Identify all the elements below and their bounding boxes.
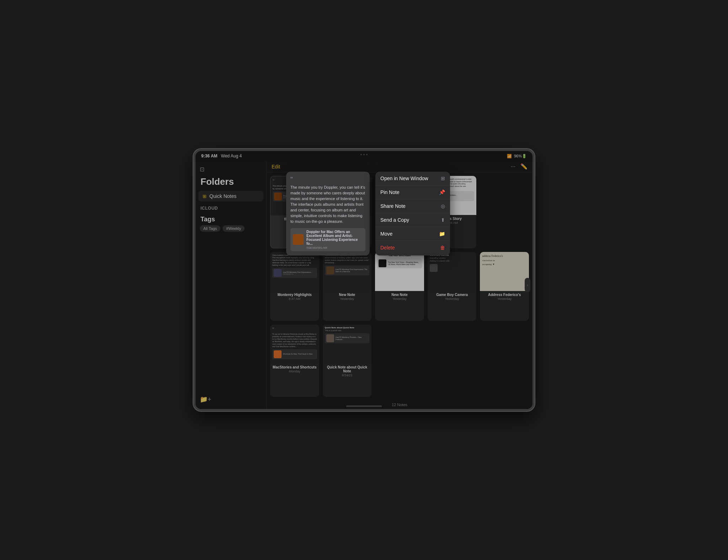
top-dot-2 [363,154,365,155]
menu-item-share-note[interactable]: Share Note ◎ [375,199,450,213]
status-right: 📶 96% 🔋 [507,154,527,158]
note-thumb-new-note-nyt: The New York Times The New York Times – … [375,252,424,291]
toolbar-right: ··· ✏️ [511,163,528,170]
tag-weekly[interactable]: #Weekly [223,225,245,232]
note-card-quick-note-about[interactable]: Quick Note about Quick Note This is a qu… [323,324,372,397]
quick-notes-folder-item[interactable]: ⊞ Quick Notes [198,191,263,201]
delete-icon: 🗑 [440,245,445,251]
menu-item-send-copy-label: Send a Copy [380,217,409,223]
note-info-address-federicos: Address Federico's Yesterday [480,291,529,303]
sidebar-toggle-icon[interactable]: ⊡ [200,166,204,173]
icloud-label: iCloud [196,202,266,212]
note-card-monterey[interactable]: Voice isolation modeThis microphone mode… [270,252,319,321]
top-dot-3 [366,154,368,155]
tags-row: All Tags #Weekly [196,225,266,232]
open-new-window-icon: ⊞ [441,176,445,181]
sidebar: ⊡ Folders ⊞ Quick Notes iCloud Tags All … [196,161,267,409]
status-bar: 9:36 AM Wed Aug 4 📶 96% 🔋 [196,151,532,161]
context-menu-list: Open in New Window ⊞ Pin Note 📌 Share No… [375,172,450,255]
context-note-preview: " The minute you try Doppler, you can te… [286,172,370,255]
new-folder-button[interactable]: 📁+ [200,396,212,403]
status-time: 9:36 AM [201,154,218,158]
move-icon: 📁 [439,231,445,237]
context-note-body: The minute you try Doppler, you can tell… [290,185,365,225]
note-info-new-note-1: New Note Yesterday [323,291,372,303]
menu-item-send-copy[interactable]: Send a Copy ⬆ [375,213,450,227]
note-count: 12 Notes [392,403,407,407]
context-note-link-title: Doppler for Mac Offers an Excellent Albu… [306,230,363,246]
ipad-frame: 9:36 AM Wed Aug 4 📶 96% 🔋 ⊡ Folders ⊞ Qu… [193,149,535,411]
note-card-new-note-1[interactable]: macOS Monterey introduces a collection o… [323,252,372,321]
note-card-address-federicos[interactable]: address Federico'scorrection inaccepting… [480,252,529,321]
menu-item-move-label: Move [380,231,392,237]
context-note-quote-icon: " [290,176,365,183]
note-info-quick-note-about: Quick Note about Quick Note 6/24/21 [323,364,372,379]
top-dots [360,154,368,155]
quick-notes-folder-name: Quick Notes [209,193,236,199]
battery-icon: 96% 🔋 [514,154,527,158]
status-left: 9:36 AM Wed Aug 4 [201,154,242,158]
send-copy-icon: ⬆ [441,217,445,223]
side-collapse-handle[interactable]: › [525,278,530,292]
note-thumb-new-note-1: macOS Monterey introduces a collection o… [323,252,372,291]
note-thumb-shortcuts: " To say we've followed Shortcuts closel… [270,324,319,364]
empty-slot-1 [480,176,529,248]
menu-item-pin-note[interactable]: Pin Note 📌 [375,185,450,199]
top-dot-1 [360,154,362,155]
notes-toolbar: Edit ··· ✏️ [267,161,532,172]
context-note-link-info: Doppler for Mac Offers an Excellent Albu… [306,230,363,249]
note-thumb-gameboy: Game Boy Camera GameBoy cameraAdding to … [428,252,477,291]
tag-all-tags[interactable]: All Tags [200,225,220,232]
menu-item-open-new-window[interactable]: Open in New Window ⊞ [375,172,450,185]
new-note-button[interactable]: ✏️ [520,163,528,170]
context-note-link-url: macstories.net [306,246,363,249]
note-card-gameboy[interactable]: Game Boy Camera GameBoy cameraAdding to … [428,252,477,321]
note-info-gameboy: Game Boy Camera Yesterday [428,291,477,303]
note-thumb-monterey: Voice isolation modeThis microphone mode… [270,252,319,291]
sidebar-bottom: 📁+ [196,393,266,406]
note-thumb-address-federicos: address Federico'scorrection inaccepting… [480,252,529,291]
note-info-macstories-shortcuts: MacStories and Shortcuts Monday [270,364,319,375]
menu-item-move[interactable]: Move 📁 [375,227,450,241]
tags-title: Tags [196,212,266,225]
note-card-macstories-shortcuts[interactable]: " To say we've followed Shortcuts closel… [270,324,319,397]
context-note-link: Doppler for Mac Offers an Excellent Albu… [290,228,365,251]
folders-title: Folders [196,175,266,190]
note-info-monterey: Monterey Highlights 8:37 AM [270,291,319,303]
share-note-icon: ◎ [441,203,445,209]
sidebar-top: ⊡ [196,164,266,175]
context-note-link-thumb [293,234,304,245]
note-count-bar: 12 Notes [267,400,532,409]
wifi-icon: 📶 [507,154,512,158]
chevron-right-icon: › [527,283,528,287]
menu-item-share-note-label: Share Note [380,203,406,209]
menu-item-pin-note-label: Pin Note [380,189,400,195]
menu-item-delete[interactable]: Delete 🗑 [375,241,450,254]
menu-item-delete-label: Delete [380,245,395,251]
menu-item-open-new-window-label: Open in New Window [380,176,428,181]
pin-note-icon: 📌 [439,189,445,195]
edit-button[interactable]: Edit [272,164,280,169]
note-thumb-quick-note-about: Quick Note about Quick Note This is a qu… [323,324,372,364]
note-info-new-note-nyt: New Note Yesterday [375,291,424,303]
note-card-new-note-nyt[interactable]: The New York Times The New York Times – … [375,252,424,321]
home-indicator [346,405,382,407]
more-options-button[interactable]: ··· [511,163,515,170]
context-menu: " The minute you try Doppler, you can te… [286,172,450,255]
status-date: Wed Aug 4 [221,154,242,158]
quick-notes-folder-icon: ⊞ [203,194,207,199]
